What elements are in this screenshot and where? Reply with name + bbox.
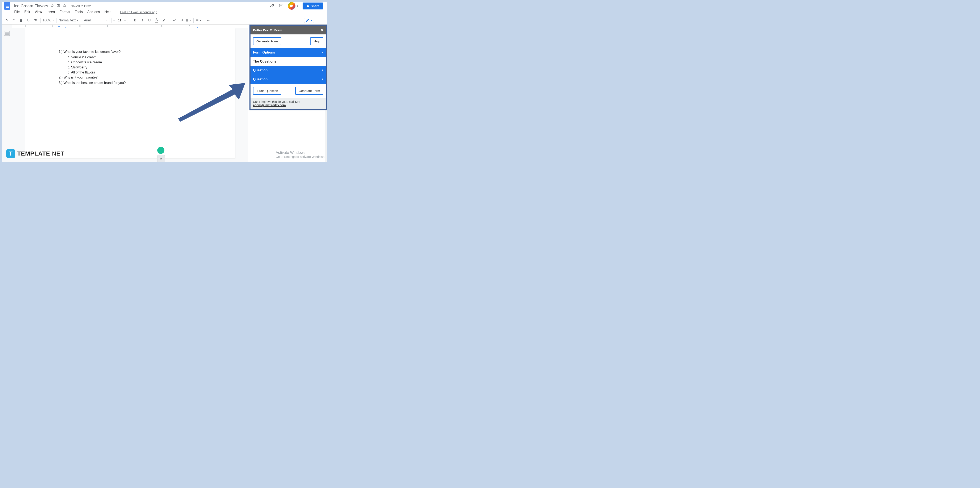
insert-link-button[interactable] xyxy=(171,17,177,23)
font-size-increase[interactable]: + xyxy=(123,18,128,23)
question-label: Question xyxy=(253,68,267,72)
activate-line1: Activate Windows xyxy=(275,151,325,155)
spellcheck-button[interactable] xyxy=(25,17,31,23)
star-icon[interactable] xyxy=(50,3,54,8)
option-1b: b. Chocolate ice cream xyxy=(59,60,206,65)
align-button[interactable]: ▼ xyxy=(196,17,202,23)
question-section-2[interactable]: Question+ xyxy=(250,75,326,84)
ruler-mark: 3 xyxy=(80,25,81,27)
menu-format[interactable]: Format xyxy=(60,10,70,14)
font-select[interactable]: Arial▼ xyxy=(84,19,107,22)
font-size-input[interactable] xyxy=(117,19,123,22)
undo-button[interactable] xyxy=(4,17,10,23)
menu-addons[interactable]: Add-ons xyxy=(88,10,100,14)
ruler-mark: 1 xyxy=(25,25,26,27)
sidepanel-top-buttons: Generate Form Help xyxy=(250,34,326,48)
question-label: Question xyxy=(253,78,267,81)
google-docs-window: Ice Cream Flavors Saved to Drive ▼ Share… xyxy=(2,2,328,162)
editing-mode-dropdown[interactable]: ▼ xyxy=(304,18,314,23)
paint-format-button[interactable] xyxy=(32,17,38,23)
explore-icon xyxy=(159,157,163,161)
question-2: 2.) Why is it your favorite? xyxy=(59,75,206,80)
print-button[interactable] xyxy=(18,17,24,23)
expand-icon: + xyxy=(322,78,323,81)
close-icon[interactable]: ✕ xyxy=(320,28,323,32)
activate-windows-overlay: Activate Windows Go to Settings to activ… xyxy=(275,151,325,159)
move-icon[interactable] xyxy=(56,3,60,8)
chevron-down-icon: ▼ xyxy=(296,5,298,7)
the-questions-heading: The Questions xyxy=(250,57,326,66)
generate-form-button[interactable]: Generate Form xyxy=(253,37,281,45)
text-color-button[interactable]: A xyxy=(154,17,159,23)
redo-button[interactable] xyxy=(11,17,17,23)
titlebar: Ice Cream Flavors Saved to Drive ▼ Share xyxy=(2,2,328,9)
explore-button[interactable] xyxy=(157,155,165,162)
menu-tools[interactable]: Tools xyxy=(75,10,83,14)
footer-text: Can I improve this for you? Mail Me: xyxy=(253,100,300,103)
comments-icon[interactable] xyxy=(278,3,284,8)
last-edit-link[interactable]: Last edit was seconds ago xyxy=(120,10,157,14)
collapse-toolbar-button[interactable]: ˆ xyxy=(320,17,325,23)
help-button[interactable]: Help xyxy=(310,37,323,45)
question-3: 3.) What is the best ice cream brand for… xyxy=(59,80,206,86)
sidepanel-title: Better Doc To Form xyxy=(253,28,282,32)
bold-button[interactable]: B xyxy=(132,17,138,23)
option-1c: c. Strawberry xyxy=(59,65,206,70)
menu-file[interactable]: File xyxy=(14,10,20,14)
sidepanel-header: Better Doc To Form ✕ xyxy=(250,25,326,34)
cloud-saved-icon[interactable] xyxy=(63,3,67,8)
menu-help[interactable]: Help xyxy=(104,10,111,14)
more-tools-button[interactable]: ⋯ xyxy=(206,17,212,23)
left-rail xyxy=(2,25,12,162)
highlight-button[interactable] xyxy=(161,17,167,23)
meet-dropdown[interactable]: ▼ xyxy=(288,2,298,10)
ruler-mark: 5 xyxy=(134,25,135,27)
generate-form-button-2[interactable]: Generate Form xyxy=(295,87,323,95)
style-select[interactable]: Normal text▼ xyxy=(59,19,80,22)
ruler-mark: 7 xyxy=(189,25,190,27)
option-1d: d. All of the flavors xyxy=(59,70,206,75)
horizontal-ruler[interactable]: 1 2 3 4 5 6 7 xyxy=(12,25,248,28)
add-question-button[interactable]: + Add Question xyxy=(253,87,282,95)
document-page[interactable]: 1.) What is your favorite ice cream flav… xyxy=(25,28,235,159)
activity-icon[interactable] xyxy=(269,3,274,8)
italic-button[interactable]: I xyxy=(140,17,145,23)
form-options-label: Form Options xyxy=(253,51,275,54)
toolbar: 100%▼ Normal text▼ Arial▼ − + B I U A ▼ … xyxy=(2,16,328,25)
lock-icon xyxy=(306,5,309,7)
outline-toggle-icon[interactable] xyxy=(4,31,10,36)
underline-button[interactable]: U xyxy=(146,17,153,23)
zoom-select[interactable]: 100%▼ xyxy=(43,19,54,22)
footer-email-link[interactable]: adons@livefiredev.com xyxy=(253,103,286,107)
document-title[interactable]: Ice Cream Flavors xyxy=(14,3,48,8)
chat-bubble-icon[interactable] xyxy=(157,147,164,154)
document-body[interactable]: 1.) What is your favorite ice cream flav… xyxy=(59,49,206,86)
chevron-down-icon: ▼ xyxy=(310,19,313,21)
addon-sidepanel: Better Doc To Form ✕ Generate Form Help … xyxy=(248,25,328,162)
menu-edit[interactable]: Edit xyxy=(24,10,30,14)
content-area: 1 2 3 4 5 6 7 1.) What is your favorite … xyxy=(2,25,328,162)
menu-insert[interactable]: Insert xyxy=(47,10,55,14)
sidepanel-highlighted: Better Doc To Form ✕ Generate Form Help … xyxy=(250,25,327,110)
docs-logo-icon[interactable] xyxy=(4,2,10,10)
page-scroll-area[interactable]: 1.) What is your favorite ice cream flav… xyxy=(12,28,248,162)
expand-icon: + xyxy=(322,51,323,54)
question-section-1[interactable]: Question+ xyxy=(250,66,326,75)
question-1: 1.) What is your favorite ice cream flav… xyxy=(59,49,206,54)
menu-view[interactable]: View xyxy=(35,10,42,14)
watermark-text: TEMPLATE.NET xyxy=(17,150,64,157)
ruler-mark: 2 xyxy=(52,25,53,27)
sidepanel-footer: Can I improve this for you? Mail Me: ado… xyxy=(250,98,326,110)
pencil-icon xyxy=(305,19,309,22)
font-size-decrease[interactable]: − xyxy=(112,18,117,23)
share-button[interactable]: Share xyxy=(302,3,323,10)
add-comment-button[interactable] xyxy=(178,17,184,23)
insert-image-button[interactable]: ▼ xyxy=(185,17,191,23)
title-action-icons: Saved to Drive xyxy=(50,3,91,8)
indent-marker-icon[interactable] xyxy=(58,26,60,28)
form-options-section[interactable]: Form Options+ xyxy=(250,48,326,57)
zoom-value: 100% xyxy=(43,19,51,22)
watermark-icon: T xyxy=(6,149,15,158)
sidepanel-bottom-buttons: + Add Question Generate Form xyxy=(250,84,326,98)
menubar: File Edit View Insert Format Tools Add-o… xyxy=(2,9,328,16)
